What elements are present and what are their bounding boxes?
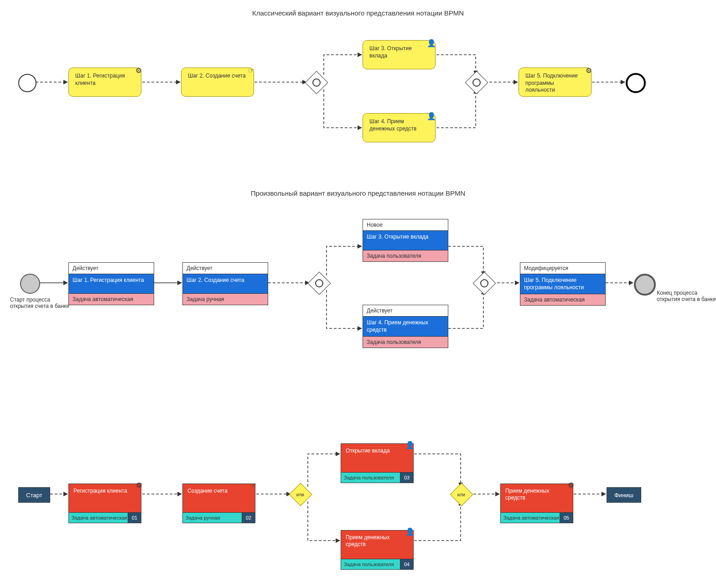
task2-step4: Действует Шаг 4. Прием денежных средств …	[363, 305, 448, 348]
gear-icon: ⚙	[568, 481, 574, 489]
task-type: Задача пользователя	[363, 250, 448, 261]
hand-icon: ☞	[250, 481, 256, 489]
task-label: Шаг 2. Создание счета	[188, 73, 246, 79]
task-name: Прием денежных средств	[500, 484, 573, 513]
section2-title: Произвольный вариант визуального предста…	[0, 189, 716, 197]
user-icon: 👤	[405, 441, 415, 449]
task-status: Действует	[69, 263, 154, 274]
task-name: Шаг 1. Регистрация клиента	[69, 274, 154, 294]
end-caption: Конец процесса открытия счета в банке	[657, 290, 716, 302]
task-name: Шаг 5. Подключение программы лояльности	[520, 274, 605, 294]
task-num: 02	[242, 513, 255, 523]
task-step4: Шаг 4. Прием денежных средств 👤	[363, 113, 436, 142]
task-label: Шаг 1. Регистрация клиента	[75, 73, 125, 86]
gateway-split-3: или	[289, 483, 312, 506]
task-type: Задача автоматическая	[501, 513, 560, 523]
start-event	[18, 74, 36, 92]
gateway-merge-3: или	[450, 483, 473, 506]
task-num: 03	[400, 473, 413, 483]
gear-icon: ⚙	[586, 66, 592, 76]
task-step1: Шаг 1. Регистрация клиента ⚙	[68, 68, 141, 97]
task-type: Задача пользователя	[341, 473, 400, 483]
task-step5: Шаг 5. Подключение программы лояльности …	[519, 68, 591, 97]
gateway-split-2	[308, 272, 331, 295]
task-type: Задача ручная	[183, 513, 242, 523]
finish-box: Финиш	[607, 487, 641, 503]
task3-3: Открытие вклада Задача пользователя 03 👤	[341, 443, 414, 483]
task2-step2: Действует Шаг 2. Создание счета Задача р…	[182, 262, 268, 305]
gear-icon: ⚙	[135, 66, 142, 76]
task-label: Шаг 3. Открытие вклада	[369, 45, 412, 59]
task-status: Новое	[363, 219, 448, 231]
start-caption: Старт процесса открытия счета в банке	[10, 297, 74, 309]
gateway-label: или	[296, 492, 304, 497]
gateway-label: или	[457, 492, 465, 497]
section1-title: Классический вариант визуального предста…	[0, 9, 716, 17]
task3-2: Создание счета Задача ручная 02 ☞	[182, 484, 255, 523]
task-num: 05	[560, 513, 573, 523]
task-label: Шаг 4. Прием денежных средств	[369, 118, 416, 132]
task-name: Шаг 2. Создание счета	[183, 274, 268, 294]
task-status: Действует	[183, 263, 268, 274]
gateway-merge	[465, 71, 488, 94]
task-num: 04	[400, 559, 413, 569]
user-icon: 👤	[405, 527, 415, 536]
task-type: Задача автоматическая	[520, 294, 605, 305]
user-icon: 👤	[427, 112, 436, 121]
task2-step1: Действует Шаг 1. Регистрация клиента Зад…	[68, 262, 154, 305]
task3-4: Прием денежных средств Задача пользовате…	[341, 530, 414, 570]
task2-step5: Модифицируется Шаг 5. Подключение програ…	[520, 262, 606, 306]
task-step2: Шаг 2. Создание счета ☞	[181, 68, 254, 97]
start-box: Старт	[18, 487, 50, 503]
task-status: Действует	[363, 305, 448, 317]
task-name: Шаг 4. Прием денежных средств	[363, 317, 448, 337]
task-name: Открытие вклада	[341, 443, 414, 473]
task3-5: Прием денежных средств Задача автоматиче…	[500, 484, 573, 523]
hand-icon: ☞	[248, 66, 254, 76]
gateway-merge-2	[473, 272, 496, 295]
end-event	[626, 73, 646, 93]
task-name: Создание счета	[182, 484, 255, 513]
gateway-split	[305, 71, 328, 94]
task-type: Задача автоматическая	[69, 513, 128, 523]
task-type: Задача пользователя	[363, 337, 448, 348]
task-type: Задача пользователя	[341, 559, 400, 569]
user-icon: 👤	[427, 39, 436, 48]
task2-step3: Новое Шаг 3. Открытие вклада Задача поль…	[363, 219, 448, 262]
task-name: Шаг 3. Открытие вклада	[363, 231, 448, 250]
end-event-2	[634, 274, 656, 296]
task-type: Задача ручная	[183, 294, 268, 305]
task-type: Задача автоматическая	[69, 294, 154, 305]
task-name: Регистрация клиента	[68, 484, 141, 513]
task3-1: Регистрация клиента Задача автоматическа…	[68, 484, 141, 523]
task-status: Модифицируется	[520, 263, 605, 274]
gear-icon: ⚙	[136, 481, 142, 489]
task-num: 01	[128, 513, 141, 523]
task-step3: Шаг 3. Открытие вклада 👤	[363, 40, 436, 69]
task-name: Прием денежных средств	[341, 530, 414, 559]
start-event-2	[20, 274, 40, 294]
task-label: Шаг 5. Подключение программы лояльности	[525, 73, 578, 93]
